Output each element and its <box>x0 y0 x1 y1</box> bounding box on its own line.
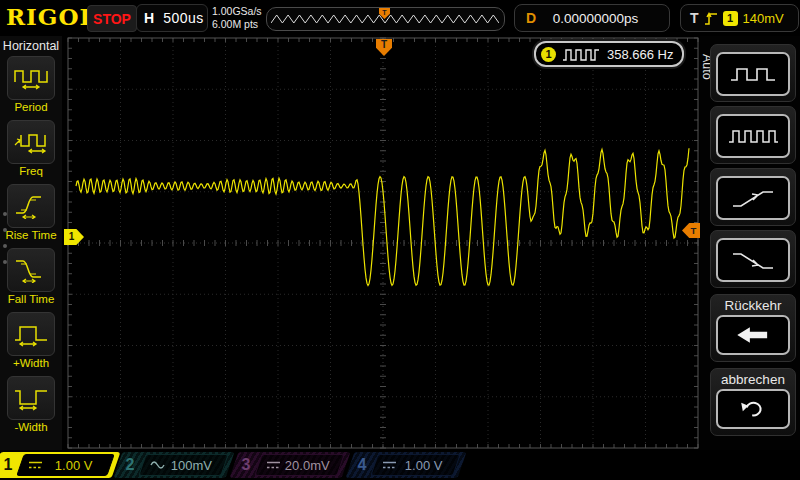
delay-value: 0.00000000ps <box>553 11 653 26</box>
square-wave-dense-icon <box>725 124 781 148</box>
fall-time-button[interactable] <box>7 248 55 292</box>
plus-width-icon <box>13 321 49 347</box>
run-state-button[interactable]: STOP <box>87 5 137 32</box>
left-menu-horizontal: Horizontal Period Freq Ris <box>0 36 62 450</box>
menu-item-period[interactable]: Period <box>0 53 62 117</box>
channel1-scale: 1.00 V <box>55 458 99 473</box>
back-button-label: Rückkehr <box>711 298 795 313</box>
undo-arrow-icon <box>731 398 775 420</box>
square-wave-button[interactable] <box>710 44 796 102</box>
minus-width-icon <box>13 385 49 411</box>
coupling-icon <box>28 460 43 470</box>
page-dot <box>3 260 7 264</box>
square-wave-icon <box>562 48 600 61</box>
menu-item-freq[interactable]: Freq <box>0 117 62 181</box>
channel4-chip[interactable]: 4 1.00 V <box>346 452 467 478</box>
trigger-block[interactable]: T 1 140mV <box>680 4 799 32</box>
cancel-button[interactable]: abbrechen <box>710 368 796 436</box>
coupling-icon <box>150 460 165 470</box>
waveform-preview-scrollbar[interactable]: T <box>266 7 505 31</box>
dc-coupling-icon <box>28 460 43 470</box>
menu-item-minus-width[interactable]: -Width <box>0 373 62 437</box>
rigol-logo: RIGOL <box>6 3 97 30</box>
memory-depth: 6.00M pts <box>212 18 262 31</box>
delay-label: D <box>526 10 536 26</box>
channel3-number: 3 <box>242 456 251 473</box>
channel4-scale: 1.00 V <box>405 458 449 473</box>
channel-status-bar: 1 1.00 V 2 100mV 3 20.0mV 4 1.00 V <box>0 450 800 480</box>
trigger-label: T <box>690 10 699 26</box>
measurement-value: 358.666 Hz <box>607 47 674 62</box>
rise-time-button[interactable] <box>7 184 55 228</box>
freq-button[interactable] <box>7 120 55 164</box>
channel4-number: 4 <box>358 456 367 473</box>
channel2-number: 2 <box>126 456 135 473</box>
dc-coupling-icon <box>382 460 397 470</box>
graticule-and-waveform <box>62 36 700 450</box>
falling-edge-button[interactable] <box>710 230 796 288</box>
delay-block[interactable]: D 0.00000000ps <box>514 4 670 32</box>
right-menu: Auto Rückkehr <box>700 36 800 450</box>
h-label: H <box>144 10 154 26</box>
left-menu-title: Horizontal <box>0 36 62 53</box>
period-icon <box>13 65 49 91</box>
ac-coupling-icon <box>150 460 165 470</box>
sample-rate: 1.00GSa/s <box>212 5 262 18</box>
horizontal-timebase-block[interactable]: H 500us <box>136 4 208 32</box>
menu-item-rise-time[interactable]: Rise Time <box>0 181 62 245</box>
cancel-button-label: abbrechen <box>711 372 795 387</box>
frequency-measurement-badge[interactable]: 1 358.666 Hz <box>534 41 684 67</box>
rising-edge-icon <box>725 186 781 210</box>
page-dot <box>3 244 7 248</box>
back-arrow-icon <box>731 324 775 346</box>
channel2-chip[interactable]: 2 100mV <box>114 452 235 478</box>
scope-display: T 1 T 1 358.666 Hz <box>62 36 700 450</box>
fall-time-icon <box>13 257 49 283</box>
page-dot <box>3 212 7 216</box>
minus-width-button[interactable] <box>7 376 55 420</box>
rising-edge-trigger-icon <box>704 10 718 26</box>
period-button[interactable] <box>7 56 55 100</box>
channel3-chip[interactable]: 3 20.0mV <box>230 452 351 478</box>
channel2-scale: 100mV <box>171 458 218 473</box>
menu-item-fall-time[interactable]: Fall Time <box>0 245 62 309</box>
menu-item-plus-width[interactable]: +Width <box>0 309 62 373</box>
chann3-scale: 20.0mV <box>285 458 336 473</box>
back-button[interactable]: Rückkehr <box>710 294 796 362</box>
rise-time-icon <box>13 193 49 219</box>
square-wave-dense-button[interactable] <box>710 106 796 164</box>
dc-coupling-icon <box>266 460 281 470</box>
coupling-icon <box>266 460 281 470</box>
trigger-source-badge: 1 <box>723 11 738 26</box>
measurement-source-badge: 1 <box>541 47 556 62</box>
page-dot <box>3 228 7 232</box>
falling-edge-icon <box>725 248 781 272</box>
rising-edge-button[interactable] <box>710 168 796 226</box>
coupling-icon <box>382 460 397 470</box>
channel1-chip[interactable]: 1 1.00 V <box>0 452 120 478</box>
trigger-level-value: 140mV <box>743 11 784 26</box>
plus-width-button[interactable] <box>7 312 55 356</box>
timebase-value: 500us <box>163 10 204 26</box>
square-wave-icon <box>725 62 781 86</box>
acquisition-info: 1.00GSa/s 6.00M pts <box>212 5 262 31</box>
channel1-number: 1 <box>4 456 13 473</box>
freq-icon <box>13 129 49 155</box>
top-bar: RIGOL STOP H 500us 1.00GSa/s 6.00M pts T… <box>0 0 800 36</box>
